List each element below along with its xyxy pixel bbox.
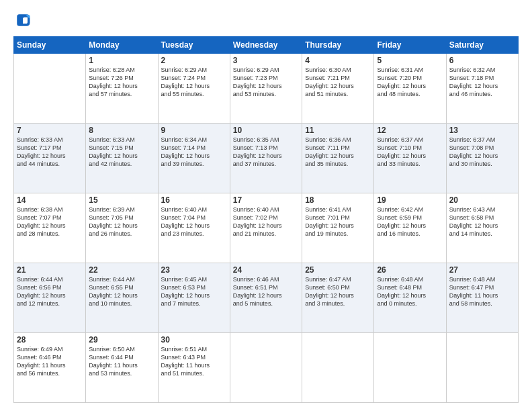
calendar-cell: 28Sunrise: 6:49 AM Sunset: 6:46 PM Dayli… [14,333,86,403]
calendar-cell: 17Sunrise: 6:40 AM Sunset: 7:02 PM Dayli… [230,193,302,263]
calendar-cell: 14Sunrise: 6:38 AM Sunset: 7:07 PM Dayli… [14,193,86,263]
calendar-cell [302,333,374,403]
logo [13,11,35,30]
calendar-cell: 6Sunrise: 6:32 AM Sunset: 7:18 PM Daylig… [446,54,518,124]
calendar-table: SundayMondayTuesdayWednesdayThursdayFrid… [13,36,519,403]
day-info: Sunrise: 6:45 AM Sunset: 6:53 PM Dayligh… [161,275,227,308]
calendar-cell: 27Sunrise: 6:48 AM Sunset: 6:47 PM Dayli… [446,263,518,333]
calendar-cell: 3Sunrise: 6:29 AM Sunset: 7:23 PM Daylig… [230,54,302,124]
day-number: 6 [449,56,515,65]
day-number: 13 [449,126,515,135]
weekday-header: Sunday [14,37,86,54]
calendar-week-row: 7Sunrise: 6:33 AM Sunset: 7:17 PM Daylig… [14,124,519,193]
day-number: 12 [377,126,443,135]
calendar-cell: 18Sunrise: 6:41 AM Sunset: 7:01 PM Dayli… [302,193,374,263]
day-info: Sunrise: 6:34 AM Sunset: 7:14 PM Dayligh… [161,136,227,169]
day-info: Sunrise: 6:50 AM Sunset: 6:44 PM Dayligh… [89,345,154,378]
page: SundayMondayTuesdayWednesdayThursdayFrid… [0,0,532,411]
day-number: 11 [305,126,371,135]
calendar-week-row: 21Sunrise: 6:44 AM Sunset: 6:56 PM Dayli… [14,263,519,333]
day-info: Sunrise: 6:32 AM Sunset: 7:18 PM Dayligh… [449,66,515,99]
day-info: Sunrise: 6:33 AM Sunset: 7:17 PM Dayligh… [17,136,83,169]
weekday-header: Saturday [446,37,518,54]
day-info: Sunrise: 6:28 AM Sunset: 7:26 PM Dayligh… [89,66,154,99]
calendar-week-row: 28Sunrise: 6:49 AM Sunset: 6:46 PM Dayli… [14,333,519,403]
calendar-cell [14,54,86,124]
day-number: 22 [89,265,154,275]
day-info: Sunrise: 6:48 AM Sunset: 6:48 PM Dayligh… [377,275,443,308]
day-number: 3 [233,56,299,65]
day-info: Sunrise: 6:31 AM Sunset: 7:20 PM Dayligh… [377,66,443,99]
calendar-cell: 26Sunrise: 6:48 AM Sunset: 6:48 PM Dayli… [374,263,446,333]
day-number: 8 [89,126,154,135]
day-info: Sunrise: 6:40 AM Sunset: 7:02 PM Dayligh… [233,205,299,238]
day-info: Sunrise: 6:39 AM Sunset: 7:05 PM Dayligh… [89,205,154,238]
day-number: 9 [161,126,227,135]
calendar-cell: 25Sunrise: 6:47 AM Sunset: 6:50 PM Dayli… [302,263,374,333]
calendar-cell: 23Sunrise: 6:45 AM Sunset: 6:53 PM Dayli… [158,263,230,333]
calendar-cell: 22Sunrise: 6:44 AM Sunset: 6:55 PM Dayli… [86,263,158,333]
day-number: 4 [305,56,371,65]
day-info: Sunrise: 6:51 AM Sunset: 6:43 PM Dayligh… [161,345,227,378]
day-info: Sunrise: 6:41 AM Sunset: 7:01 PM Dayligh… [305,205,371,238]
calendar-cell: 16Sunrise: 6:40 AM Sunset: 7:04 PM Dayli… [158,193,230,263]
header [13,11,519,30]
day-info: Sunrise: 6:40 AM Sunset: 7:04 PM Dayligh… [161,205,227,238]
calendar-cell: 24Sunrise: 6:46 AM Sunset: 6:51 PM Dayli… [230,263,302,333]
calendar-cell: 11Sunrise: 6:36 AM Sunset: 7:11 PM Dayli… [302,124,374,193]
day-number: 21 [17,265,83,275]
calendar-cell: 29Sunrise: 6:50 AM Sunset: 6:44 PM Dayli… [86,333,158,403]
calendar-cell: 21Sunrise: 6:44 AM Sunset: 6:56 PM Dayli… [14,263,86,333]
day-number: 27 [449,265,515,275]
day-info: Sunrise: 6:49 AM Sunset: 6:46 PM Dayligh… [17,345,83,378]
calendar-cell: 19Sunrise: 6:42 AM Sunset: 6:59 PM Dayli… [374,193,446,263]
day-number: 5 [377,56,443,65]
calendar-cell: 1Sunrise: 6:28 AM Sunset: 7:26 PM Daylig… [86,54,158,124]
calendar-header-row: SundayMondayTuesdayWednesdayThursdayFrid… [14,37,519,54]
day-info: Sunrise: 6:37 AM Sunset: 7:10 PM Dayligh… [377,136,443,169]
day-info: Sunrise: 6:42 AM Sunset: 6:59 PM Dayligh… [377,205,443,238]
day-number: 26 [377,265,443,275]
calendar-cell: 15Sunrise: 6:39 AM Sunset: 7:05 PM Dayli… [86,193,158,263]
calendar-cell: 9Sunrise: 6:34 AM Sunset: 7:14 PM Daylig… [158,124,230,193]
day-number: 19 [377,195,443,205]
calendar-cell: 10Sunrise: 6:35 AM Sunset: 7:13 PM Dayli… [230,124,302,193]
calendar-cell: 13Sunrise: 6:37 AM Sunset: 7:08 PM Dayli… [446,124,518,193]
calendar-cell: 7Sunrise: 6:33 AM Sunset: 7:17 PM Daylig… [14,124,86,193]
day-info: Sunrise: 6:47 AM Sunset: 6:50 PM Dayligh… [305,275,371,308]
weekday-header: Thursday [302,37,374,54]
calendar-week-row: 14Sunrise: 6:38 AM Sunset: 7:07 PM Dayli… [14,193,519,263]
calendar-cell: 12Sunrise: 6:37 AM Sunset: 7:10 PM Dayli… [374,124,446,193]
day-info: Sunrise: 6:35 AM Sunset: 7:13 PM Dayligh… [233,136,299,169]
day-number: 20 [449,195,515,205]
calendar-cell: 30Sunrise: 6:51 AM Sunset: 6:43 PM Dayli… [158,333,230,403]
weekday-header: Wednesday [230,37,302,54]
day-number: 18 [305,195,371,205]
calendar-cell: 20Sunrise: 6:43 AM Sunset: 6:58 PM Dayli… [446,193,518,263]
day-info: Sunrise: 6:46 AM Sunset: 6:51 PM Dayligh… [233,275,299,308]
day-info: Sunrise: 6:36 AM Sunset: 7:11 PM Dayligh… [305,136,371,169]
day-info: Sunrise: 6:48 AM Sunset: 6:47 PM Dayligh… [449,275,515,308]
day-number: 17 [233,195,299,205]
weekday-header: Friday [374,37,446,54]
logo-icon [13,11,32,30]
day-info: Sunrise: 6:29 AM Sunset: 7:23 PM Dayligh… [233,66,299,99]
weekday-header: Monday [86,37,158,54]
day-info: Sunrise: 6:29 AM Sunset: 7:24 PM Dayligh… [161,66,227,99]
day-info: Sunrise: 6:38 AM Sunset: 7:07 PM Dayligh… [17,205,83,238]
day-number: 7 [17,126,83,135]
calendar-cell [446,333,518,403]
day-number: 15 [89,195,154,205]
day-number: 14 [17,195,83,205]
calendar-cell: 5Sunrise: 6:31 AM Sunset: 7:20 PM Daylig… [374,54,446,124]
calendar-cell [230,333,302,403]
calendar-cell: 4Sunrise: 6:30 AM Sunset: 7:21 PM Daylig… [302,54,374,124]
day-number: 10 [233,126,299,135]
day-info: Sunrise: 6:44 AM Sunset: 6:56 PM Dayligh… [17,275,83,308]
day-number: 29 [89,335,154,345]
day-info: Sunrise: 6:43 AM Sunset: 6:58 PM Dayligh… [449,205,515,238]
calendar-cell: 2Sunrise: 6:29 AM Sunset: 7:24 PM Daylig… [158,54,230,124]
calendar-cell: 8Sunrise: 6:33 AM Sunset: 7:15 PM Daylig… [86,124,158,193]
day-number: 16 [161,195,227,205]
weekday-header: Tuesday [158,37,230,54]
